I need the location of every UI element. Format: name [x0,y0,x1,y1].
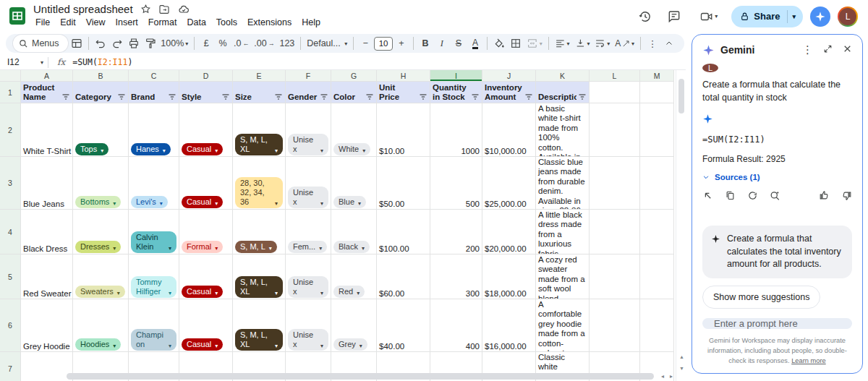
chip-dropdown-arrow[interactable]: ▾ [273,147,278,154]
dropdown-chip[interactable]: Tommy Hilfiger▾ [131,276,176,298]
chip-dropdown-arrow[interactable]: ▾ [273,343,278,349]
format-percent-button[interactable]: % [215,35,231,52]
menu-data[interactable]: Data [182,16,210,29]
print-button[interactable] [126,35,142,52]
cell[interactable]: Fem...▾ [286,210,331,254]
filter-icon[interactable] [168,93,176,101]
cell[interactable]: Hanes▾ [129,103,179,157]
formula-input[interactable]: =SUM(I2:I11) [72,57,132,67]
cell[interactable]: Unisex▾ [286,254,331,299]
table-icon[interactable] [69,35,85,52]
cell[interactable]: Grey Hoodie [21,299,73,352]
cell[interactable]: 400 [430,299,482,352]
scroll-up-arrow[interactable]: ▲ [679,354,684,359]
dropdown-chip[interactable]: Unisex▾ [288,329,328,351]
cell[interactable]: A cozy red sweater made from a soft wool… [536,254,590,299]
dropdown-chip[interactable]: Casual▾ [182,143,223,155]
cell[interactable]: Tommy Hilfiger▾ [129,254,179,299]
cell[interactable]: 28, 30, 32, 34, 36▾ [233,157,286,210]
cell[interactable]: $100.00 [377,210,430,254]
cell[interactable]: Sweaters▾ [73,254,129,299]
cell[interactable]: Casual▾ [179,299,233,352]
cell[interactable] [590,82,640,103]
cell[interactable]: Champion▾ [129,299,179,352]
suggestion-chip[interactable]: Create a formula that calculates the tot… [702,226,852,278]
chip-dropdown-arrow[interactable]: ▾ [158,200,163,207]
dropdown-chip[interactable]: Fem...▾ [288,241,327,253]
header-cell[interactable]: Gender [286,82,331,103]
share-dropdown-caret[interactable]: ▾ [787,10,803,23]
strikethrough-button[interactable]: S [451,35,467,52]
scroll-left-arrow[interactable]: ◂ [661,373,664,380]
cell[interactable]: Unisex▾ [286,157,331,210]
header-cell[interactable]: Brand [129,82,179,103]
dropdown-chip[interactable]: Sweaters▾ [75,286,125,298]
cell[interactable]: S, M, L, XL▾ [233,254,286,299]
dropdown-chip[interactable]: Unisex▾ [288,276,328,298]
cell[interactable]: Casual▾ [179,254,233,299]
chip-dropdown-arrow[interactable]: ▾ [213,147,218,154]
italic-button[interactable]: I [434,35,450,52]
cell[interactable]: Unisex▾ [286,299,331,352]
account-avatar[interactable]: L [838,7,858,27]
row-header-3[interactable]: 3 [0,157,21,210]
chip-dropdown-arrow[interactable]: ▾ [213,343,218,349]
cell[interactable]: $16,000.00 [482,299,536,352]
undo-button[interactable] [93,35,109,52]
menu-format[interactable]: Format [143,16,182,29]
column-header-B[interactable]: B [73,70,129,82]
show-more-suggestions-button[interactable]: Show more suggestions [702,286,820,309]
cell[interactable] [640,82,674,103]
row-header-4[interactable]: 4 [0,210,21,254]
cell[interactable]: A comfortable grey hoodie made from a co… [536,299,590,352]
cell[interactable]: Hoodies▾ [73,299,129,352]
borders-button[interactable] [508,35,524,52]
column-header-A[interactable]: A [21,70,73,82]
dropdown-chip[interactable]: Unisex▾ [288,134,328,155]
cell[interactable]: A little black dress made from a luxurio… [536,210,590,254]
menu-extensions[interactable]: Extensions [242,16,297,29]
dropdown-chip[interactable]: Hoodies▾ [75,338,121,351]
cell[interactable]: Dresses▾ [73,210,129,254]
collapse-toolbar-button[interactable] [661,35,677,52]
document-title[interactable]: Untitled spreadsheet [33,3,133,15]
chip-dropdown-arrow[interactable]: ▾ [116,290,120,296]
paint-format-button[interactable] [142,35,158,52]
header-cell[interactable]: Style [179,82,233,103]
cell[interactable]: Unisex▾ [286,103,331,157]
cell[interactable] [640,157,674,210]
dropdown-chip[interactable]: Dresses▾ [75,241,121,253]
dropdown-chip[interactable]: White▾ [333,143,370,155]
text-rotation-button[interactable]: A ▾ [613,35,637,52]
dropdown-chip[interactable]: S, M, L, XL▾ [235,329,283,351]
cell[interactable]: Blue Jeans [21,157,73,210]
format-currency-button[interactable]: £ [198,35,214,52]
chip-dropdown-arrow[interactable]: ▾ [318,245,322,252]
cell[interactable]: $25,000.00 [482,157,536,210]
close-icon[interactable] [843,43,852,56]
header-cell[interactable]: Size [233,82,286,103]
cell[interactable]: 200 [430,210,482,254]
dropdown-chip[interactable]: Formal▾ [182,241,223,253]
row-header-1[interactable]: 1 [0,82,21,103]
cell[interactable]: S, M, L, XL▾ [233,299,286,352]
chip-dropdown-arrow[interactable]: ▾ [167,245,171,252]
cell[interactable]: Formal▾ [179,210,233,254]
text-color-button[interactable]: A [467,35,483,52]
dropdown-chip[interactable]: Bottoms▾ [75,196,121,208]
header-cell[interactable]: Product Name [21,82,73,103]
chip-dropdown-arrow[interactable]: ▾ [355,290,359,296]
cell[interactable]: White▾ [331,103,377,157]
cell[interactable]: Red Sweater [21,254,73,299]
scroll-right-arrow[interactable]: ▸ [670,373,673,380]
cell[interactable] [590,299,640,352]
chip-dropdown-arrow[interactable]: ▾ [161,147,166,154]
cell[interactable] [21,352,73,381]
learn-more-link[interactable]: Learn more [791,357,826,364]
cell[interactable]: Levi's▾ [129,157,179,210]
cell[interactable]: Classic blue jeans made from durable den… [536,157,590,210]
chip-dropdown-arrow[interactable]: ▾ [111,245,116,252]
cell[interactable]: $50.00 [377,157,430,210]
cell[interactable] [640,103,674,157]
chip-dropdown-arrow[interactable]: ▾ [167,290,171,296]
